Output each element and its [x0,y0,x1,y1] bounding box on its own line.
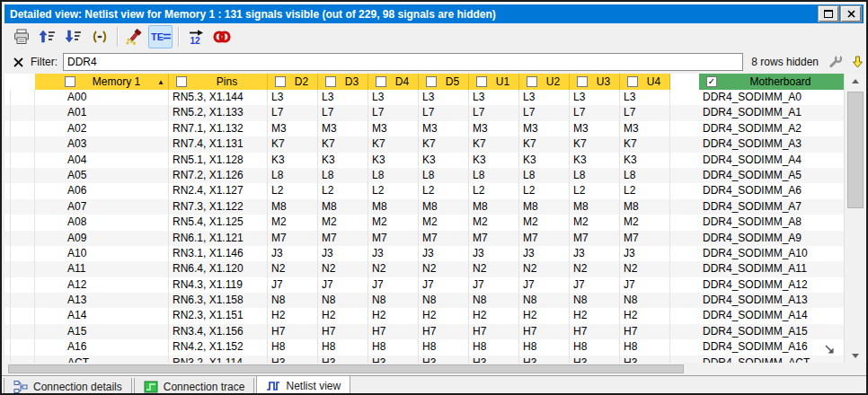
scroll-corner-arrow-icon[interactable] [824,343,836,359]
cell-d2: H2 [268,308,318,323]
table-row[interactable]: A13RN6.3, X1.158N8N8N8N8N8N8N8N8DDR4_SOD… [4,293,844,308]
printer-icon [13,29,31,45]
table-row[interactable]: A09RN6.1, X1.121M7M7M7M7M7M7M7M7DDR4_SOD… [4,231,844,246]
column-header-u1[interactable]: U1 [469,74,519,90]
column-checkbox-u4[interactable] [627,76,638,87]
toolbar-separator [117,27,119,47]
cell-d4: K3 [368,153,419,168]
filter-input[interactable] [63,53,743,71]
wrench-icon [828,55,843,69]
tab-connection-details[interactable]: Connection details [4,378,132,395]
table-row[interactable]: A12RN4.3, X1.119J7J7J7J7J7J7J7J7DDR4_SOD… [4,277,844,293]
column-header-motherboard[interactable]: ✓Motherboard [699,74,844,90]
table-row[interactable]: ACTRN3.2, X1.114H3H3H3H3H3H3H3H3DDR4_SOD… [4,356,844,363]
column-checkbox-d2[interactable] [275,76,286,87]
move-top-button[interactable] [35,25,59,48]
scroll-down-button[interactable] [845,348,866,363]
cell-d2: H3 [268,356,318,363]
table-row[interactable]: A10RN3.1, X1.146J3J3J3J3J3J3J3J3DDR4_SOD… [4,246,844,261]
table-row[interactable]: A11RN6.4, X1.120N2N2N2N2N2N2N2N2DDR4_SOD… [4,261,844,276]
cell-gap [670,199,699,215]
table-row[interactable]: A04RN5.1, X1.128K3K3K3K3K3K3K3K3DDR4_SOD… [4,153,844,168]
column-checkbox-motherboard-checked[interactable]: ✓ [706,76,717,87]
column-header-d5[interactable]: D5 [419,74,469,90]
horizontal-scrollbar[interactable] [4,363,864,375]
column-header-memory1[interactable]: Memory 1▲ [35,74,169,90]
cell-memory1: A10 [35,246,169,261]
cell-motherboard: DDR4_SODIMM_A8 [699,215,844,230]
table-row[interactable]: A01RN5.2, X1.133L7L7L7L7L7L7L7L7DDR4_SOD… [4,105,844,120]
net-labels-button[interactable]: TE [148,25,173,48]
print-button[interactable] [9,25,33,48]
move-bottom-button[interactable] [61,25,85,48]
column-checkbox-memory1[interactable] [65,76,75,87]
cell-u1: N2 [469,261,519,276]
column-header-pins[interactable]: Pins [169,74,268,90]
column-header-u4[interactable]: U4 [620,74,670,90]
cell-motherboard: DDR4_SODIMM_A6 [699,183,844,198]
table-row[interactable]: A08RN5.4, X1.125M2M2M2M2M2M2M2M2DDR4_SOD… [4,215,844,230]
cell-d4: L3 [368,90,419,105]
column-checkbox-d4[interactable] [376,76,386,87]
column-header-u2[interactable]: U2 [519,74,570,90]
close-button[interactable] [841,6,861,22]
cell-u2: M7 [519,231,570,246]
column-checkbox-d3[interactable] [325,76,336,87]
column-checkbox-u1[interactable] [476,76,487,87]
column-header-d2[interactable]: D2 [268,74,318,90]
filter-settings-button[interactable] [828,55,843,69]
cell-d2: H8 [268,339,318,355]
cell-pins: RN5.3, X1.144 [169,90,268,105]
table-row[interactable]: A16RN4.2, X1.152H8H8H8H8H8H8H8H8DDR4_SOD… [4,339,844,355]
column-checkbox-pins[interactable] [176,76,187,87]
cell-u3: H3 [570,356,620,363]
cell-motherboard: DDR4_SODIMM_A3 [699,136,844,152]
tab-netlist-view[interactable]: Netlist view [256,376,350,395]
table-row[interactable]: A05RN7.2, X1.126L8L8L8L8L8L8L8L8DDR4_SOD… [4,168,844,183]
jump-to-next-button[interactable] [852,56,864,68]
renumber-button[interactable]: 12 [183,25,208,48]
cell-motherboard: DDR4_SODIMM_A5 [699,168,844,183]
cell-memory1: A02 [35,121,169,136]
table-row[interactable]: A02RN7.1, X1.132M3M3M3M3M3M3M3M3DDR4_SOD… [4,121,844,136]
vertical-scroll-thumb[interactable] [847,92,864,208]
cell-gutter [4,199,35,215]
cell-d3: H3 [318,356,368,363]
cell-gutter [4,277,35,293]
column-label: D4 [386,75,418,88]
cell-gutter [4,324,35,339]
table-row[interactable]: A00RN5.3, X1.144L3L3L3L3L3L3L3L3DDR4_SOD… [4,90,844,105]
cell-u2: L8 [519,168,570,183]
column-checkbox-d5[interactable] [426,76,437,87]
down-arrow-list-icon [65,29,83,45]
column-header-u3[interactable]: U3 [570,74,620,90]
cell-gutter [4,356,35,363]
scroll-up-button[interactable] [845,74,866,88]
cell-gap [670,356,699,363]
tab-bar: Connection details Connection trace Netl… [2,375,866,395]
cell-d2: K3 [268,153,318,168]
column-header-d3[interactable]: D3 [318,74,368,90]
vertical-scrollbar[interactable] [844,74,865,363]
column-checkbox-u3[interactable] [577,76,588,87]
tab-connection-trace[interactable]: Connection trace [134,378,255,395]
filter-clear-button[interactable] [13,57,23,67]
column-checkbox-u2[interactable] [527,76,537,87]
maximize-icon [824,10,833,18]
highlight-signal-button[interactable] [122,25,146,48]
rings-button[interactable] [209,25,234,48]
title-bar[interactable]: Detailed view: Netlist view for Memory 1… [4,4,864,23]
cell-gap [670,168,699,183]
maximize-button[interactable] [819,6,838,22]
column-header-d4[interactable]: D4 [368,74,419,90]
table-row[interactable]: A03RN7.4, X1.131K7K7K7K7K7K7K7K7DDR4_SOD… [4,136,844,152]
cell-pins: RN5.2, X1.133 [169,105,268,120]
fit-columns-button[interactable] [87,25,111,48]
cell-memory1: A08 [35,215,169,230]
table-row[interactable]: A15RN3.4, X1.156H7H7H7H7H7H7H7H7DDR4_SOD… [4,324,844,339]
cell-d2: L3 [268,90,318,105]
table-row[interactable]: A06RN2.4, X1.127L2L2L2L2L2L2L2L2DDR4_SOD… [4,183,844,198]
horizontal-scroll-thumb[interactable] [8,364,684,373]
table-row[interactable]: A14RN2.3, X1.151H2H2H2H2H2H2H2H2DDR4_SOD… [4,308,844,323]
table-row[interactable]: A07RN7.3, X1.122M8M8M8M8M8M8M8M8DDR4_SOD… [4,199,844,215]
